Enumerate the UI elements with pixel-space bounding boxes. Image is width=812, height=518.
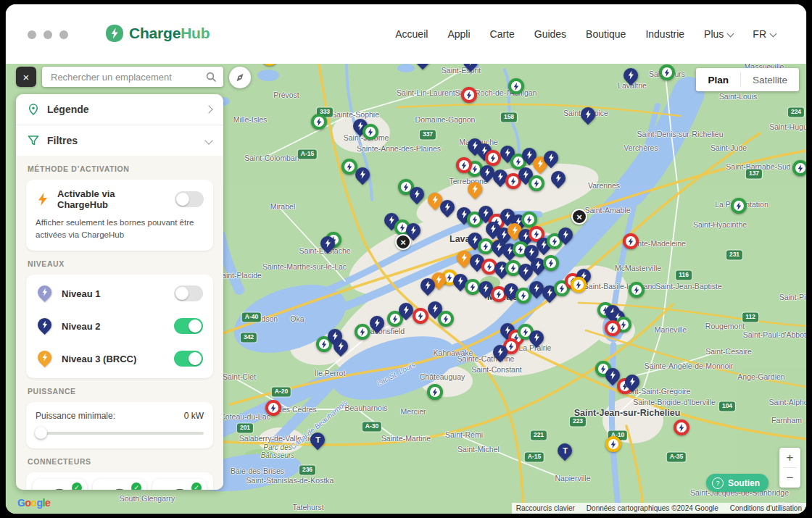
charging-station-pin[interactable] bbox=[463, 64, 478, 73]
lightning-icon bbox=[316, 118, 322, 126]
charging-station-pin[interactable] bbox=[311, 113, 327, 132]
charging-station-pin[interactable] bbox=[467, 182, 483, 201]
search-box[interactable] bbox=[42, 67, 223, 87]
charging-station-pin[interactable] bbox=[558, 227, 573, 246]
map-place-label: South Glengarry bbox=[120, 494, 175, 503]
charging-station-pin[interactable] bbox=[398, 303, 414, 322]
chargehub-logo[interactable]: ChargeHub bbox=[105, 24, 210, 43]
connector-tile[interactable]: ✓ Tesla bbox=[152, 479, 207, 490]
map-place-label: Farnham bbox=[771, 416, 802, 425]
charging-station-pin[interactable] bbox=[320, 236, 336, 255]
map-attribution: Raccourcis clavier Données cartographiqu… bbox=[512, 503, 806, 514]
charging-station-pin[interactable] bbox=[659, 64, 675, 83]
charging-station-pin[interactable] bbox=[355, 167, 370, 186]
power-slider[interactable] bbox=[36, 427, 204, 440]
charging-station-pin[interactable] bbox=[409, 187, 425, 206]
charging-station-pin[interactable] bbox=[262, 64, 278, 68]
compass-button[interactable] bbox=[229, 67, 251, 88]
charging-station-pin[interactable] bbox=[571, 276, 587, 295]
close-panel-button[interactable]: × bbox=[16, 67, 36, 87]
nav-item[interactable]: Industrie bbox=[645, 28, 684, 40]
lightning-icon bbox=[497, 172, 504, 181]
activation-toggle[interactable] bbox=[175, 191, 204, 207]
charging-station-pin[interactable] bbox=[580, 107, 596, 126]
charging-station-pin[interactable] bbox=[333, 339, 349, 358]
charging-station-pin[interactable] bbox=[792, 159, 806, 178]
support-button[interactable]: ? Soutien bbox=[706, 474, 768, 492]
compass-needle-icon bbox=[234, 72, 246, 83]
charging-station-pin[interactable] bbox=[438, 310, 454, 329]
power-min-label: Puissance minimale: bbox=[36, 411, 115, 421]
zoom-in-button[interactable]: + bbox=[779, 448, 800, 467]
level-toggle[interactable] bbox=[174, 285, 203, 301]
charging-station-pin[interactable] bbox=[427, 383, 443, 402]
charging-station-pin[interactable] bbox=[629, 281, 645, 300]
charging-station-pin[interactable]: T bbox=[415, 64, 431, 71]
connector-tile[interactable]: ✓ CHAdeMO bbox=[93, 479, 147, 490]
nav-item[interactable]: Boutique bbox=[586, 28, 626, 40]
charging-station-pin[interactable] bbox=[369, 316, 385, 335]
map-type-plan-button[interactable]: Plan bbox=[696, 75, 740, 85]
charging-station-pin[interactable] bbox=[550, 171, 566, 190]
pin-head bbox=[659, 64, 675, 80]
charging-station-pin[interactable]: × bbox=[395, 233, 411, 252]
connector-tile[interactable]: ✓ CCS (SAE Combo) bbox=[33, 479, 87, 490]
charging-station-pin[interactable] bbox=[731, 197, 747, 216]
charging-station-pin[interactable] bbox=[624, 375, 640, 393]
charging-station-pin[interactable] bbox=[529, 330, 544, 349]
keyboard-shortcuts-link[interactable]: Raccourcis clavier bbox=[516, 504, 575, 512]
charging-station-pin[interactable] bbox=[413, 307, 428, 326]
charging-station-pin[interactable] bbox=[420, 278, 436, 297]
charging-station-pin[interactable] bbox=[456, 156, 472, 175]
nav-item[interactable]: FR bbox=[753, 28, 776, 40]
lightning-icon bbox=[403, 306, 410, 314]
search-input[interactable] bbox=[49, 71, 200, 83]
charging-station-pin[interactable] bbox=[605, 435, 621, 454]
map-place-label: Marieville bbox=[655, 325, 687, 334]
level-toggle[interactable] bbox=[174, 318, 203, 334]
charging-station-pin[interactable] bbox=[461, 86, 477, 105]
charging-station-pin[interactable] bbox=[439, 200, 455, 219]
pin-head bbox=[485, 150, 501, 166]
charging-station-pin[interactable] bbox=[623, 233, 639, 251]
charging-station-pin[interactable] bbox=[362, 123, 378, 142]
zoom-out-button[interactable]: − bbox=[779, 468, 800, 488]
charging-station-pin[interactable] bbox=[674, 419, 689, 438]
google-logo[interactable]: Google bbox=[17, 497, 50, 509]
charging-station-pin[interactable] bbox=[492, 345, 508, 364]
nav-item[interactable]: Accueil bbox=[395, 28, 428, 40]
lightning-icon bbox=[496, 291, 502, 298]
window-minimize-button[interactable] bbox=[44, 30, 52, 39]
charging-station-pin[interactable] bbox=[543, 254, 559, 273]
nav-item[interactable]: Appli bbox=[447, 28, 470, 40]
terms-link[interactable]: Conditions d'utilisation bbox=[730, 504, 802, 512]
nav-item[interactable]: Plus bbox=[704, 28, 733, 40]
browser-window: ChargeHub AccueilAppliCarteGuidesBoutiqu… bbox=[6, 4, 806, 514]
charging-station-pin[interactable]: T bbox=[310, 433, 326, 451]
charging-station-pin[interactable]: T bbox=[557, 443, 573, 462]
lightning-icon bbox=[472, 216, 478, 224]
lightning-icon bbox=[403, 183, 409, 191]
filters-row[interactable]: Filtres bbox=[16, 125, 223, 156]
connectors-section-title: CONNECTEURS bbox=[28, 457, 212, 466]
road-badge: 342 bbox=[241, 333, 257, 342]
slider-thumb[interactable] bbox=[35, 427, 47, 439]
charging-station-pin[interactable] bbox=[623, 68, 639, 87]
charging-station-pin[interactable] bbox=[543, 151, 559, 170]
charging-station-pin[interactable]: × bbox=[571, 208, 587, 227]
level-toggle[interactable] bbox=[174, 351, 203, 367]
window-zoom-button[interactable] bbox=[59, 30, 68, 39]
lightning-icon bbox=[510, 177, 516, 185]
charging-station-pin[interactable] bbox=[355, 323, 370, 342]
legend-row[interactable]: Légende bbox=[16, 94, 223, 125]
nav-item[interactable]: Guides bbox=[534, 28, 566, 40]
charging-station-pin[interactable] bbox=[265, 399, 281, 418]
window-close-button[interactable] bbox=[28, 30, 36, 39]
charging-station-pin[interactable] bbox=[529, 175, 544, 193]
charging-station-pin[interactable] bbox=[508, 78, 524, 96]
map-type-satellite-button[interactable]: Satellite bbox=[741, 75, 799, 85]
map-canvas[interactable]: PrévostSaint-EspritSaint-Lin-Laurentides… bbox=[6, 64, 806, 514]
lightning-icon bbox=[490, 154, 496, 162]
charging-station-pin[interactable] bbox=[605, 319, 621, 338]
nav-item[interactable]: Carte bbox=[490, 28, 515, 40]
